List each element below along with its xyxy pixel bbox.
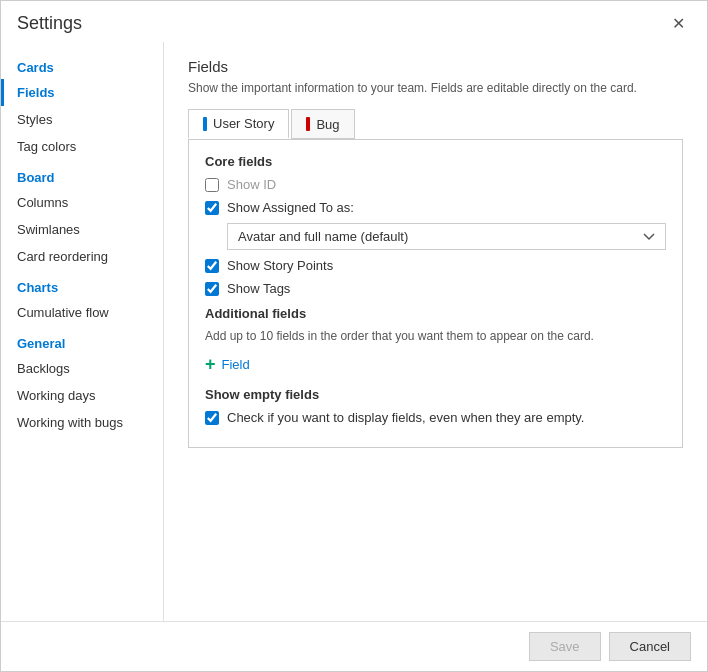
- sidebar-section-charts: Charts: [1, 270, 163, 299]
- show-tags-row: Show Tags: [205, 281, 666, 296]
- show-empty-fields-checkbox[interactable]: [205, 411, 219, 425]
- additional-fields-label: Additional fields: [205, 306, 666, 321]
- show-tags-checkbox[interactable]: [205, 282, 219, 296]
- show-assigned-label: Show Assigned To as:: [227, 200, 354, 215]
- tab-bug[interactable]: Bug: [291, 109, 354, 139]
- tab-user-story[interactable]: User Story: [188, 109, 289, 139]
- dialog-footer: Save Cancel: [1, 621, 707, 671]
- sidebar-item-card-reordering[interactable]: Card reordering: [1, 243, 163, 270]
- show-id-checkbox[interactable]: [205, 178, 219, 192]
- sidebar-item-cumulative-flow[interactable]: Cumulative flow: [1, 299, 163, 326]
- sidebar-item-tag-colors[interactable]: Tag colors: [1, 133, 163, 160]
- show-empty-fields-row: Check if you want to display fields, eve…: [205, 410, 666, 425]
- sidebar-item-columns[interactable]: Columns: [1, 189, 163, 216]
- save-button[interactable]: Save: [529, 632, 601, 661]
- sidebar: CardsFieldsStylesTag colorsBoardColumnsS…: [1, 42, 164, 621]
- show-empty-fields-section: Show empty fields Check if you want to d…: [205, 387, 666, 425]
- core-fields-label: Core fields: [205, 154, 666, 169]
- assigned-to-dropdown-row: Avatar and full name (default)Avatar onl…: [227, 223, 666, 250]
- dialog-body: CardsFieldsStylesTag colorsBoardColumnsS…: [1, 42, 707, 621]
- sidebar-item-swimlanes[interactable]: Swimlanes: [1, 216, 163, 243]
- sidebar-item-working-days[interactable]: Working days: [1, 382, 163, 409]
- add-field-button[interactable]: + Field: [205, 351, 250, 377]
- sidebar-section-general: General: [1, 326, 163, 355]
- show-story-points-checkbox[interactable]: [205, 259, 219, 273]
- content-description: Show the important information to your t…: [188, 81, 683, 95]
- bug-tab-label: Bug: [316, 117, 339, 132]
- content-title: Fields: [188, 58, 683, 75]
- sidebar-section-board: Board: [1, 160, 163, 189]
- cancel-button[interactable]: Cancel: [609, 632, 691, 661]
- plus-icon: +: [205, 355, 216, 373]
- dialog-header: Settings ✕: [1, 1, 707, 42]
- show-id-label: Show ID: [227, 177, 276, 192]
- sidebar-item-working-with-bugs[interactable]: Working with bugs: [1, 409, 163, 436]
- additional-fields-desc: Add up to 10 fields in the order that yo…: [205, 329, 666, 343]
- dialog-title: Settings: [17, 13, 82, 34]
- sidebar-section-cards: Cards: [1, 50, 163, 79]
- show-story-points-label: Show Story Points: [227, 258, 333, 273]
- sidebar-item-backlogs[interactable]: Backlogs: [1, 355, 163, 382]
- show-empty-fields-check-label: Check if you want to display fields, eve…: [227, 410, 584, 425]
- show-id-row: Show ID: [205, 177, 666, 192]
- tabs-container: User StoryBug: [188, 109, 683, 139]
- show-tags-label: Show Tags: [227, 281, 290, 296]
- sidebar-item-styles[interactable]: Styles: [1, 106, 163, 133]
- close-button[interactable]: ✕: [666, 14, 691, 34]
- main-content: Fields Show the important information to…: [164, 42, 707, 621]
- fields-panel: Core fields Show ID Show Assigned To as:…: [188, 139, 683, 448]
- show-story-points-row: Show Story Points: [205, 258, 666, 273]
- settings-dialog: Settings ✕ CardsFieldsStylesTag colorsBo…: [0, 0, 708, 672]
- bug-tab-indicator: [306, 117, 310, 131]
- show-empty-fields-label: Show empty fields: [205, 387, 666, 402]
- add-field-label: Field: [222, 357, 250, 372]
- show-assigned-to-row: Show Assigned To as:: [205, 200, 666, 215]
- show-assigned-checkbox[interactable]: [205, 201, 219, 215]
- additional-fields-section: Additional fields Add up to 10 fields in…: [205, 306, 666, 377]
- assigned-to-dropdown[interactable]: Avatar and full name (default)Avatar onl…: [227, 223, 666, 250]
- user-story-tab-indicator: [203, 117, 207, 131]
- sidebar-item-fields[interactable]: Fields: [1, 79, 163, 106]
- user-story-tab-label: User Story: [213, 116, 274, 131]
